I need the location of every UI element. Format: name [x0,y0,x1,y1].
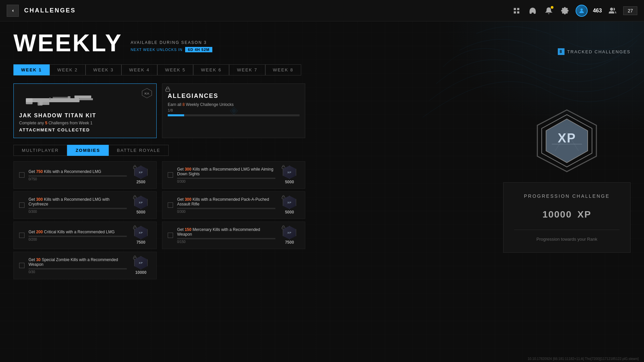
page-title: CHALLENGES [24,7,76,14]
challenge-progress-value: 0/150 [177,240,275,244]
status-text: 10.10.17820924 [66:181:11182+11:A] Tho[7… [528,357,639,361]
right-panel: XP PROGRESSION CHALLENGE 10000 XP Progre… [503,107,631,253]
xp-amount: 5000 [285,210,294,215]
tracked-label: TRACKED CHALLENGES [567,49,631,54]
audio-icon[interactable] [527,5,538,16]
challenge-column-right: Get 300 Kills with a Recommended LMG whi… [162,161,305,279]
grid-icon[interactable] [511,5,522,16]
reward-number: 5 [45,121,47,125]
tab-week6[interactable]: WEEK 6 [193,64,229,75]
svg-rect-1 [517,8,519,10]
challenge-text: Get 300 Kills with a Recommended LMG whi… [177,167,275,176]
xp-amount: 7500 [285,240,294,245]
svg-rect-2 [514,11,516,13]
challenge-item: Get 300 Kills with a Recommended LMG wit… [13,191,157,219]
challenge-progress-value: 0/750 [29,177,127,181]
challenge-checkbox[interactable] [19,233,24,238]
available-text: AVAILABLE DURING SEASON 3 [130,40,212,45]
svg-point-6 [610,8,613,10]
header-meta: AVAILABLE DURING SEASON 3 NEXT WEEK UNLO… [130,40,212,55]
reward-icon: KA [142,88,152,100]
reward-card-status: ATTACHMENT COLLECTED [19,127,151,132]
challenge-progress-value: 0/30 [29,270,127,274]
tab-battle-royale[interactable]: BATTLE ROYALE [109,145,169,156]
challenge-progress-value: 0/300 [177,180,275,183]
progression-xp-label: XP [577,209,591,220]
multiplayer-icon[interactable] [607,5,618,16]
progression-label: PROGRESSION CHALLENGE [514,193,620,199]
challenge-progress-value: 0/300 [177,210,275,214]
challenge-checkbox[interactable] [168,172,173,178]
challenge-text: Get 750 Kills with a Recommended LMG [29,169,127,174]
progression-divider [514,230,620,230]
level-badge: 27 [623,6,637,15]
challenge-progress-bar [29,175,127,177]
timer-value: 6d 4h 52m [185,47,212,52]
challenge-text: Get 200 Critical Kills with a Recommende… [29,230,127,234]
challenge-text: Get 150 Mercenary Kills with a Recommend… [177,227,275,237]
reward-card-title: JAK SHADOW TITAN KIT [19,113,151,119]
tab-week3[interactable]: WEEK 3 [86,64,121,75]
challenge-item: Get 300 Kills with a Recommended Pack-A-… [162,191,305,219]
challenge-item: Get 200 Critical Kills with a Recommende… [13,222,157,249]
progression-xp-amount: 10000 [542,209,572,220]
page-header: WEEKLY AVAILABLE DURING SEASON 3 NEXT WE… [13,31,631,55]
tracked-challenges-button[interactable]: 8 TRACKED CHALLENGES [558,48,631,55]
status-bar: 10.10.17820924 [66:181:11182+11:A] Tho[7… [528,357,639,361]
allegiances-card: ◈ ALLEGIANCES Earn all 8 Weekly Challeng… [162,83,305,138]
challenge-item: Get 30 Special Zombie Kills with a Recom… [13,252,157,279]
challenge-checkbox[interactable] [19,172,24,178]
challenge-info: Get 300 Kills with a Recommended Pack-A-… [177,197,275,214]
unlock-timer: NEXT WEEK UNLOCKS IN 6d 4h 52m [130,47,212,52]
topbar: CHALLENGES 463 27 [0,0,644,21]
challenge-info: Get 750 Kills with a Recommended LMG 0/7… [29,169,127,181]
notification-dot [551,6,553,9]
tab-multiplayer[interactable]: MULTIPLAYER [13,145,67,156]
challenge-checkbox[interactable] [168,233,173,238]
challenge-item: Get 150 Mercenary Kills with a Recommend… [162,222,305,249]
tab-week7[interactable]: WEEK 7 [229,64,265,75]
tab-week8[interactable]: WEEK 8 [265,64,301,75]
svg-rect-15 [49,98,51,100]
settings-icon[interactable] [559,5,570,16]
svg-rect-9 [26,98,79,102]
tab-week4[interactable]: WEEK 4 [121,64,157,75]
weapon-image [19,89,151,113]
points-display: 463 [593,8,602,14]
challenge-text: Get 30 Special Zombie Kills with a Recom… [29,257,127,267]
challenge-area: Get 750 Kills with a Recommended LMG 0/7… [13,161,305,279]
challenge-progress-value: 0/200 [29,238,127,241]
challenge-progress-bar [177,178,275,179]
tab-zombies[interactable]: ZOMBIES [67,145,108,156]
tracked-count: 8 [558,48,565,55]
svg-rect-11 [79,98,93,100]
xp-amount: 5000 [285,180,294,184]
challenge-checkbox[interactable] [19,263,24,268]
progression-box: PROGRESSION CHALLENGE 10000 XP Progressi… [503,182,631,253]
timer-label: NEXT WEEK UNLOCKS IN [130,48,182,52]
xp-amount: 5000 [137,210,146,215]
challenge-item: Get 300 Kills with a Recommended LMG whi… [162,161,305,189]
svg-text:XP: XP [558,131,576,145]
tab-week5[interactable]: WEEK 5 [157,64,193,75]
progression-xp-display: 10000 XP [514,201,620,222]
svg-point-5 [580,8,583,11]
back-button[interactable] [7,5,19,17]
avatar[interactable] [576,5,588,17]
svg-rect-16 [53,97,69,98]
challenge-progress-bar [29,236,127,237]
xp-amount: 2500 [137,180,146,184]
challenge-checkbox[interactable] [19,202,24,208]
challenge-progress-value: 0/300 [29,210,127,214]
svg-rect-10 [74,96,91,98]
challenge-progress-bar [177,238,275,239]
svg-rect-3 [517,11,519,13]
featured-row: KA JAK SHADOW TITAN KIT [13,83,305,138]
svg-rect-18 [166,89,170,91]
svg-rect-13 [26,98,33,104]
notifications-icon[interactable] [543,5,554,16]
tab-week1[interactable]: WEEK 1 [13,64,50,75]
tab-week2[interactable]: WEEK 2 [50,64,86,75]
allegiances-lock-icon [165,86,170,93]
challenge-checkbox[interactable] [168,202,173,208]
